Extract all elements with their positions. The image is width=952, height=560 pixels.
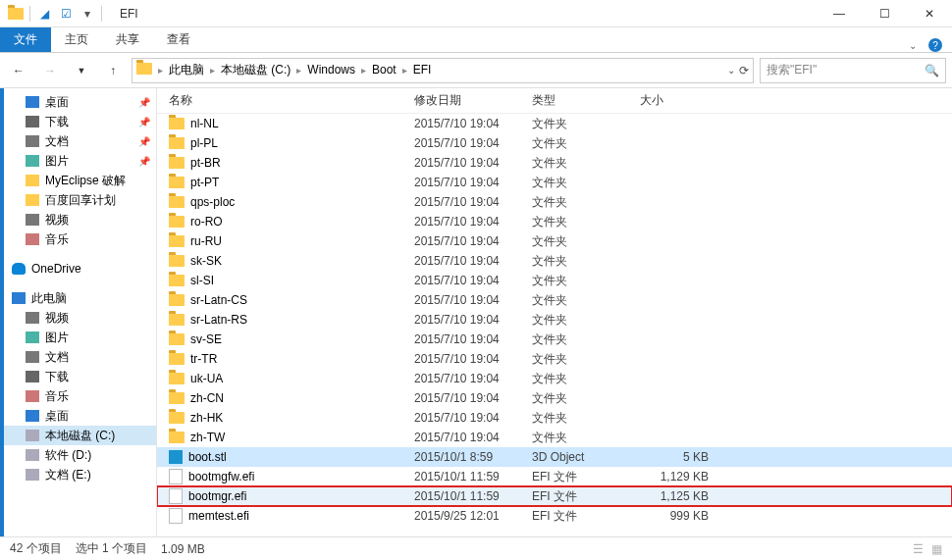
- table-row[interactable]: bootmgfw.efi 2015/10/1 11:59 EFI 文件 1,12…: [157, 467, 952, 486]
- sidebar-item[interactable]: 文档📌: [0, 131, 156, 151]
- table-row[interactable]: zh-CN 2015/7/10 19:04 文件夹: [157, 388, 952, 408]
- file-date: 2015/7/10 19:04: [414, 215, 532, 229]
- refresh-icon[interactable]: ⟳: [739, 64, 749, 77]
- crumb-root[interactable]: 此电脑: [165, 62, 208, 78]
- properties-icon[interactable]: ◢: [36, 6, 52, 22]
- search-icon[interactable]: 🔍: [925, 64, 939, 77]
- col-type[interactable]: 类型: [532, 92, 640, 109]
- table-row[interactable]: pl-PL 2015/7/10 19:04 文件夹: [157, 133, 952, 153]
- chevron-right-icon[interactable]: ▸: [156, 65, 165, 76]
- sidebar-icon: [26, 449, 39, 461]
- file-name: sr-Latn-CS: [190, 293, 247, 307]
- minimize-button[interactable]: —: [817, 0, 862, 27]
- chevron-right-icon[interactable]: ▸: [359, 65, 368, 76]
- sidebar-icon: [26, 351, 39, 363]
- sidebar-item[interactable]: 音乐: [0, 386, 156, 406]
- table-row[interactable]: ru-RU 2015/7/10 19:04 文件夹: [157, 231, 952, 251]
- sidebar-item[interactable]: 视频: [0, 210, 156, 229]
- tab-home[interactable]: 主页: [51, 27, 102, 52]
- search-input[interactable]: 搜索"EFI" 🔍: [760, 58, 946, 83]
- folder-icon: [169, 177, 185, 188]
- col-size[interactable]: 大小: [640, 92, 718, 109]
- sidebar[interactable]: 桌面📌下载📌文档📌图片📌MyEclipse 破解百度回享计划视频音乐 OneDr…: [0, 88, 157, 536]
- navbar: ← → ▼ ↑ ▸ 此电脑 ▸ 本地磁盘 (C:)▸Windows▸Boot▸E…: [0, 53, 952, 88]
- sidebar-item[interactable]: 文档: [0, 347, 156, 367]
- divider: [29, 6, 30, 22]
- file-type: EFI 文件: [532, 488, 640, 505]
- table-row[interactable]: tr-TR 2015/7/10 19:04 文件夹: [157, 349, 952, 369]
- crumb-item[interactable]: 本地磁盘 (C:): [217, 63, 294, 76]
- forward-button[interactable]: →: [37, 58, 63, 83]
- crumb-item[interactable]: EFI: [409, 63, 436, 76]
- tab-file[interactable]: 文件: [0, 27, 51, 52]
- file-name: ru-RU: [190, 234, 222, 248]
- file-date: 2015/7/10 19:04: [414, 372, 532, 385]
- sidebar-onedrive[interactable]: OneDrive: [0, 259, 156, 279]
- sidebar-item[interactable]: 本地磁盘 (C:): [0, 426, 156, 445]
- sidebar-item[interactable]: 桌面: [0, 406, 156, 426]
- table-row[interactable]: uk-UA 2015/7/10 19:04 文件夹: [157, 369, 952, 388]
- recent-dropdown[interactable]: ▼: [69, 58, 94, 83]
- close-button[interactable]: ✕: [907, 0, 952, 27]
- sidebar-item[interactable]: 图片: [0, 328, 156, 347]
- col-name[interactable]: 名称: [169, 92, 414, 109]
- sidebar-label: 文档 (E:): [45, 467, 91, 484]
- sidebar-item[interactable]: 百度回享计划: [0, 190, 156, 210]
- table-row[interactable]: sr-Latn-RS 2015/7/10 19:04 文件夹: [157, 310, 952, 330]
- chevron-down-icon[interactable]: ⌄: [909, 40, 917, 51]
- col-date[interactable]: 修改日期: [414, 92, 532, 109]
- folder-icon: [169, 196, 185, 208]
- sidebar-item[interactable]: 音乐: [0, 229, 156, 249]
- back-button[interactable]: ←: [6, 58, 31, 83]
- help-icon[interactable]: ?: [928, 38, 942, 52]
- table-row[interactable]: sk-SK 2015/7/10 19:04 文件夹: [157, 251, 952, 271]
- table-row[interactable]: sr-Latn-CS 2015/7/10 19:04 文件夹: [157, 290, 952, 310]
- table-row[interactable]: sv-SE 2015/7/10 19:04 文件夹: [157, 330, 952, 349]
- table-row[interactable]: pt-BR 2015/7/10 19:04 文件夹: [157, 153, 952, 173]
- breadcrumb[interactable]: ▸ 此电脑 ▸ 本地磁盘 (C:)▸Windows▸Boot▸EFI ⌄ ⟳: [132, 58, 754, 83]
- tab-share[interactable]: 共享: [102, 27, 153, 52]
- table-row[interactable]: qps-ploc 2015/7/10 19:04 文件夹: [157, 192, 952, 212]
- crumb-item[interactable]: Boot: [368, 63, 400, 76]
- sidebar-item[interactable]: 下载📌: [0, 112, 156, 131]
- tiles-view-icon[interactable]: ▦: [931, 542, 942, 556]
- sidebar-icon: [26, 312, 39, 324]
- sidebar-icon: [26, 175, 39, 186]
- sidebar-item[interactable]: 软件 (D:): [0, 445, 156, 465]
- up-button[interactable]: ↑: [100, 58, 126, 83]
- table-row[interactable]: nl-NL 2015/7/10 19:04 文件夹: [157, 114, 952, 133]
- sidebar-item[interactable]: 下载: [0, 367, 156, 386]
- table-row[interactable]: pt-PT 2015/7/10 19:04 文件夹: [157, 173, 952, 192]
- qat-dropdown-icon[interactable]: ▾: [79, 6, 95, 22]
- sidebar-item[interactable]: MyEclipse 破解: [0, 171, 156, 190]
- sidebar-item[interactable]: 图片📌: [0, 151, 156, 171]
- breadcrumb-dropdown-icon[interactable]: ⌄: [727, 65, 735, 76]
- table-row[interactable]: zh-HK 2015/7/10 19:04 文件夹: [157, 408, 952, 428]
- file-type: 文件夹: [532, 253, 640, 270]
- sidebar-item[interactable]: 文档 (E:): [0, 465, 156, 484]
- sidebar-label: 桌面: [45, 408, 69, 425]
- file-date: 2015/7/10 19:04: [414, 411, 532, 425]
- titlebar: ◢ ☑ ▾ EFI — ☐ ✕: [0, 0, 952, 27]
- table-row[interactable]: bootmgr.efi 2015/10/1 11:59 EFI 文件 1,125…: [157, 486, 952, 506]
- divider: [101, 6, 102, 22]
- tab-view[interactable]: 查看: [153, 27, 204, 52]
- table-row[interactable]: zh-TW 2015/7/10 19:04 文件夹: [157, 428, 952, 447]
- sidebar-this-pc[interactable]: 此电脑: [0, 288, 156, 308]
- table-row[interactable]: ro-RO 2015/7/10 19:04 文件夹: [157, 212, 952, 231]
- crumb-item[interactable]: Windows: [303, 63, 359, 76]
- check-icon[interactable]: ☑: [58, 6, 74, 22]
- sidebar-item[interactable]: 桌面📌: [0, 92, 156, 112]
- sidebar-icon: [26, 371, 39, 382]
- table-row[interactable]: memtest.efi 2015/9/25 12:01 EFI 文件 999 K…: [157, 506, 952, 526]
- chevron-right-icon[interactable]: ▸: [400, 65, 409, 76]
- maximize-button[interactable]: ☐: [862, 0, 907, 27]
- file-list[interactable]: nl-NL 2015/7/10 19:04 文件夹 pl-PL 2015/7/1…: [157, 114, 952, 536]
- details-view-icon[interactable]: ☰: [913, 542, 924, 556]
- sidebar-item[interactable]: 视频: [0, 308, 156, 328]
- chevron-right-icon[interactable]: ▸: [208, 65, 217, 76]
- sidebar-icon: [26, 116, 39, 127]
- table-row[interactable]: boot.stl 2015/10/1 8:59 3D Object 5 KB: [157, 447, 952, 467]
- chevron-right-icon[interactable]: ▸: [294, 65, 303, 76]
- table-row[interactable]: sl-SI 2015/7/10 19:04 文件夹: [157, 271, 952, 290]
